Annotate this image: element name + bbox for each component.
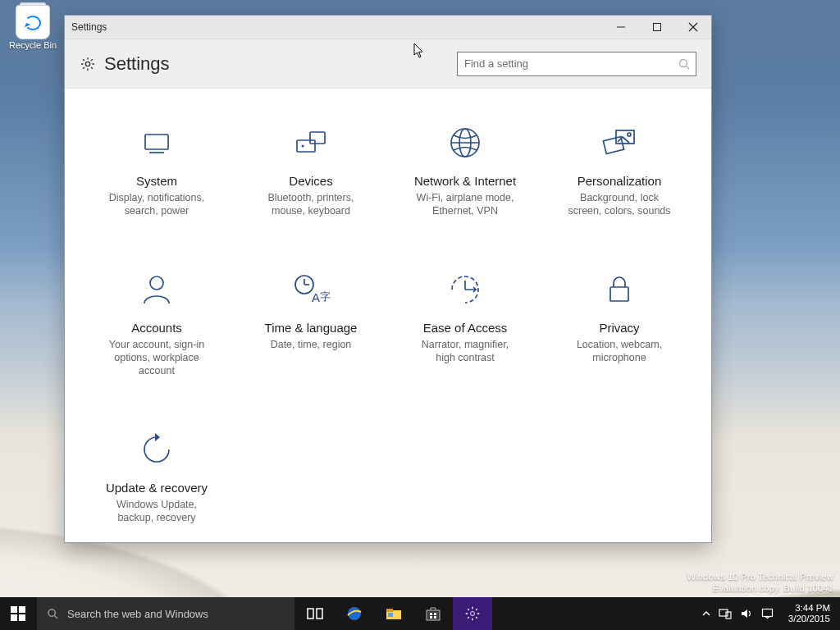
- svg-rect-41: [430, 616, 432, 619]
- store-icon: [423, 604, 443, 623]
- tray-network-icon[interactable]: [719, 608, 732, 619]
- tile-title: Privacy: [550, 321, 688, 335]
- svg-rect-38: [427, 610, 440, 620]
- svg-rect-7: [145, 135, 168, 149]
- taskbar-clock[interactable]: 3:44 PM 3/20/2015: [782, 603, 837, 624]
- svg-point-18: [150, 276, 163, 290]
- tray-volume-icon[interactable]: [740, 608, 753, 619]
- window-title: Settings: [71, 21, 107, 33]
- taskbar-search[interactable]: Search the web and Windows: [36, 597, 295, 630]
- gear-icon: [80, 56, 96, 72]
- file-explorer-icon: [384, 604, 404, 623]
- search-input[interactable]: [457, 52, 696, 76]
- tile-desc: Narrator, magnifier, high contrast: [396, 338, 534, 364]
- svg-rect-46: [762, 609, 772, 617]
- settings-taskbar-button[interactable]: [453, 597, 492, 630]
- tile-desc: Date, time, region: [242, 338, 380, 351]
- tile-desc: Location, webcam, microphone: [550, 338, 688, 364]
- search-icon: [678, 57, 691, 71]
- clock-time: 3:44 PM: [788, 603, 830, 614]
- update-icon: [88, 428, 226, 471]
- tile-desc: Display, notifications, search, power: [88, 191, 226, 217]
- svg-rect-37: [388, 613, 393, 617]
- svg-rect-1: [654, 24, 661, 31]
- task-view-icon: [305, 604, 325, 623]
- task-view-button[interactable]: [295, 597, 335, 630]
- svg-point-30: [48, 609, 55, 615]
- desktop: Recycle Bin Settings Setting: [0, 0, 840, 630]
- svg-point-17: [628, 133, 631, 136]
- page-title: Settings: [104, 53, 170, 75]
- personalization-icon: [550, 121, 688, 164]
- tile-network[interactable]: Network & Internet Wi-Fi, airplane mode,…: [388, 121, 542, 217]
- minimize-button[interactable]: [603, 16, 639, 39]
- tile-personalization[interactable]: Personalization Background, lock screen,…: [542, 121, 696, 217]
- tray-notifications-icon[interactable]: [761, 608, 774, 619]
- svg-rect-29: [19, 614, 25, 621]
- svg-point-5: [680, 59, 687, 66]
- svg-rect-45: [726, 612, 731, 619]
- taskbar-search-placeholder: Search the web and Windows: [67, 608, 208, 620]
- tile-privacy[interactable]: Privacy Location, webcam, microphone: [542, 268, 696, 377]
- tile-title: Devices: [242, 174, 380, 188]
- tile-desc: Background, lock screen, colors, sounds: [550, 191, 688, 217]
- svg-rect-25: [610, 287, 628, 301]
- devices-icon: [242, 121, 380, 164]
- taskbar: Search the web and Windows: [0, 597, 840, 630]
- tile-system[interactable]: System Display, notifications, search, p…: [80, 121, 234, 217]
- titlebar[interactable]: Settings: [65, 16, 711, 39]
- window-controls: [603, 16, 711, 39]
- internet-explorer-button[interactable]: [335, 597, 374, 630]
- tile-desc: Wi-Fi, airplane mode, Ethernet, VPN: [396, 191, 534, 217]
- tile-accounts[interactable]: Accounts Your account, sign-in options, …: [80, 268, 234, 377]
- svg-point-43: [471, 612, 475, 616]
- tile-time-language[interactable]: A字 Time & language Date, time, region: [234, 268, 388, 377]
- svg-rect-10: [310, 132, 325, 144]
- svg-point-4: [85, 62, 89, 66]
- svg-text:字: 字: [320, 290, 331, 303]
- settings-content: System Display, notifications, search, p…: [65, 89, 711, 542]
- watermark: Windows 10 Pro Technical Preview Evaluat…: [687, 571, 833, 594]
- globe-icon: [396, 121, 534, 164]
- svg-rect-32: [308, 609, 313, 619]
- ease-of-access-icon: [396, 268, 534, 311]
- tile-title: Personalization: [550, 174, 688, 188]
- tray-chevron-icon[interactable]: [702, 609, 710, 618]
- svg-rect-27: [19, 606, 25, 613]
- recycle-bin-label: Recycle Bin: [7, 40, 59, 50]
- tile-ease-of-access[interactable]: Ease of Access Narrator, magnifier, high…: [388, 268, 542, 377]
- svg-line-6: [687, 66, 690, 69]
- lock-icon: [550, 268, 688, 311]
- tile-devices[interactable]: Devices Bluetooth, printers, mouse, keyb…: [234, 121, 388, 217]
- svg-rect-9: [297, 140, 315, 152]
- svg-rect-36: [386, 609, 393, 612]
- search-field[interactable]: [457, 52, 696, 76]
- search-icon: [47, 608, 59, 620]
- maximize-button[interactable]: [639, 16, 675, 39]
- time-language-icon: A字: [242, 268, 380, 311]
- svg-rect-33: [317, 609, 322, 619]
- tile-desc: Your account, sign-in options, workplace…: [88, 338, 226, 377]
- start-button[interactable]: [0, 597, 36, 630]
- settings-window: Settings Settings: [64, 15, 712, 543]
- close-button[interactable]: [675, 16, 711, 39]
- system-icon: [88, 121, 226, 164]
- recycle-bin-icon: [16, 5, 50, 39]
- tile-title: Time & language: [242, 321, 380, 335]
- svg-rect-40: [434, 613, 436, 615]
- taskbar-apps: [295, 597, 492, 630]
- tile-desc: Windows Update, backup, recovery: [88, 498, 226, 524]
- svg-point-11: [302, 145, 304, 148]
- svg-rect-28: [11, 614, 17, 621]
- tile-update-recovery[interactable]: Update & recovery Windows Update, backup…: [80, 428, 234, 524]
- store-button[interactable]: [413, 597, 453, 630]
- svg-rect-39: [430, 613, 432, 615]
- accounts-icon: [88, 268, 226, 311]
- tile-title: Accounts: [88, 321, 226, 335]
- file-explorer-button[interactable]: [374, 597, 413, 630]
- recycle-bin[interactable]: Recycle Bin: [7, 5, 59, 50]
- system-tray: 3:44 PM 3/20/2015: [696, 597, 840, 630]
- gear-icon: [464, 605, 481, 622]
- svg-line-31: [54, 615, 57, 619]
- internet-explorer-icon: [345, 604, 364, 623]
